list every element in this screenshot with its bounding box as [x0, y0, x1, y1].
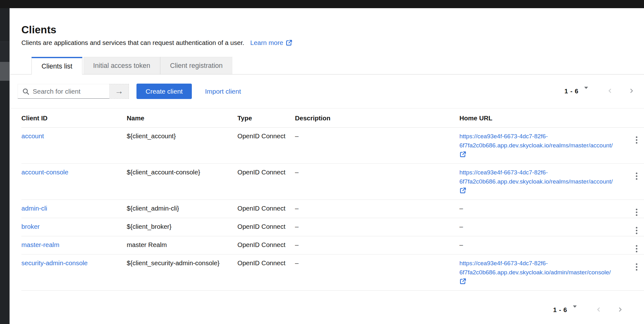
type-cell: OpenID Connect: [237, 164, 295, 200]
client-id-cell: account: [21, 128, 127, 164]
client-id-link[interactable]: account: [21, 132, 44, 140]
actions-cell: [629, 128, 644, 164]
chevron-right-icon: [617, 306, 623, 313]
home-url-cell: https://cea93e4f-6673-4dc7-82f6-6f7fa2c0…: [459, 128, 629, 164]
external-link-icon[interactable]: [459, 278, 626, 287]
sidebar-section-bottom: [0, 81, 9, 316]
previous-page-button[interactable]: [607, 88, 613, 95]
home-url-link[interactable]: https://cea93e4f-6673-4dc7-82f6-6f7fa2c0…: [459, 132, 626, 150]
caret-down-icon: [573, 305, 577, 312]
create-client-button[interactable]: Create client: [136, 84, 192, 99]
table-header-row: Client ID Name Type Description Home URL: [21, 108, 644, 128]
type-cell: OpenID Connect: [237, 200, 295, 218]
actions-cell: [629, 255, 644, 291]
external-link-icon[interactable]: [459, 187, 626, 196]
client-id-link[interactable]: master-realm: [21, 241, 59, 248]
description-cell: –: [295, 255, 459, 291]
description-cell: –: [295, 218, 459, 236]
table-row: security-admin-console${client_security-…: [21, 255, 644, 291]
column-header-name: Name: [127, 108, 237, 128]
name-cell: master Realm: [127, 236, 237, 255]
type-cell: OpenID Connect: [237, 236, 295, 255]
page-title: Clients: [21, 24, 644, 36]
home-url-link[interactable]: https://cea93e4f-6673-4dc7-82f6-6f7fa2c0…: [459, 259, 626, 277]
type-cell: OpenID Connect: [237, 128, 295, 164]
caret-down-icon: [584, 87, 588, 94]
table-row: account${client_account}OpenID Connect–h…: [21, 128, 644, 164]
client-id-link[interactable]: admin-cli: [21, 205, 47, 212]
tab-client-registration[interactable]: Client registration: [160, 57, 232, 74]
next-page-button[interactable]: [628, 88, 635, 95]
kebab-menu-button[interactable]: [634, 207, 639, 218]
chevron-left-icon: [596, 306, 602, 313]
table-row: master-realmmaster RealmOpenID Connect––: [21, 236, 644, 255]
tabs-bar: Clients list Initial access token Client…: [10, 57, 644, 74]
name-cell: ${client_account-console}: [127, 164, 237, 200]
column-header-description: Description: [295, 108, 459, 128]
name-cell: ${client_admin-cli}: [127, 200, 237, 218]
pagination-range: 1 - 6: [564, 88, 579, 95]
sidebar-section-top: [0, 8, 9, 42]
chevron-left-icon: [607, 88, 613, 94]
search-icon: [22, 88, 30, 95]
home-url-link[interactable]: https://cea93e4f-6673-4dc7-82f6-6f7fa2c0…: [459, 168, 626, 186]
client-id-link[interactable]: security-admin-console: [21, 259, 88, 266]
tab-clients-list[interactable]: Clients list: [31, 57, 82, 74]
kebab-menu-button[interactable]: [634, 135, 639, 146]
sidebar-nav-item-active[interactable]: [0, 62, 9, 81]
table-row: account-console${client_account-console}…: [21, 164, 644, 200]
next-page-button[interactable]: [617, 306, 623, 314]
client-id-link[interactable]: account-console: [21, 168, 68, 176]
column-header-client-id: Client ID: [21, 108, 127, 128]
tab-initial-access-token[interactable]: Initial access token: [83, 57, 160, 74]
masthead: [0, 0, 644, 8]
pagination-bottom: 1 - 6: [10, 306, 644, 314]
client-id-link[interactable]: broker: [21, 223, 40, 230]
home-url-cell: –: [459, 200, 629, 218]
type-cell: OpenID Connect: [237, 218, 295, 236]
client-id-cell: admin-cli: [21, 200, 127, 218]
external-link-icon: [286, 39, 292, 46]
external-link-icon[interactable]: [459, 151, 626, 160]
sidebar-rail: [0, 8, 10, 324]
per-page-menu-button[interactable]: [572, 306, 578, 314]
clients-page: Clients Clients are applications and ser…: [10, 8, 644, 324]
actions-cell: [629, 164, 644, 200]
import-client-link[interactable]: Import client: [205, 88, 241, 95]
page-description: Clients are applications and services th…: [21, 38, 244, 47]
previous-page-button[interactable]: [596, 306, 602, 314]
client-id-cell: security-admin-console: [21, 255, 127, 291]
client-id-cell: master-realm: [21, 236, 127, 255]
column-header-type: Type: [237, 108, 295, 128]
search-input[interactable]: [18, 84, 109, 98]
learn-more-link[interactable]: Learn more: [250, 38, 292, 47]
column-header-actions: [629, 108, 644, 128]
name-cell: ${client_broker}: [127, 218, 237, 236]
search-group: →: [18, 84, 129, 99]
home-url-cell: –: [459, 218, 629, 236]
arrow-right-icon: →: [115, 86, 123, 96]
client-id-cell: account-console: [21, 164, 127, 200]
kebab-menu-button[interactable]: [634, 171, 639, 182]
actions-cell: [629, 236, 644, 255]
actions-cell: [629, 218, 644, 236]
clients-toolbar: → Create client Import client 1 - 6: [10, 74, 644, 108]
kebab-menu-button[interactable]: [634, 243, 639, 254]
table-row: broker${client_broker}OpenID Connect––: [21, 218, 644, 236]
kebab-menu-button[interactable]: [634, 225, 639, 236]
description-cell: –: [295, 164, 459, 200]
column-header-home-url: Home URL: [459, 108, 629, 128]
search-submit-button[interactable]: →: [109, 84, 129, 99]
chevron-right-icon: [628, 88, 635, 94]
name-cell: ${client_account}: [127, 128, 237, 164]
kebab-menu-button[interactable]: [634, 261, 639, 272]
home-url-cell: https://cea93e4f-6673-4dc7-82f6-6f7fa2c0…: [459, 255, 629, 291]
type-cell: OpenID Connect: [237, 255, 295, 291]
pagination-range: 1 - 6: [553, 306, 567, 314]
pagination-top: 1 - 6: [564, 88, 635, 95]
actions-cell: [629, 200, 644, 218]
home-url-cell: –: [459, 236, 629, 255]
per-page-menu-button[interactable]: [583, 88, 589, 95]
description-cell: –: [295, 200, 459, 218]
description-cell: –: [295, 128, 459, 164]
